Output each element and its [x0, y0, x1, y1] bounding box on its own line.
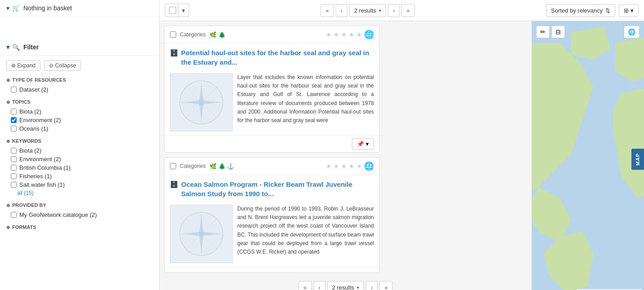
bc-keyword-label: British Columbia (1): [19, 164, 71, 171]
filter-item-oceans[interactable]: Oceans (1): [6, 124, 153, 133]
basket-arrow: ▾: [6, 4, 9, 12]
map-pencil-button[interactable]: ✏: [536, 26, 550, 38]
sort-dropdown[interactable]: Sorted by relevancy ⇅: [546, 4, 615, 17]
collapse-button[interactable]: ⊖ Collapse: [44, 60, 81, 71]
filter-item-geonetwork[interactable]: My GeoNetwork catalogue (2): [6, 211, 153, 219]
filter-item-keyword-bc[interactable]: British Columbia (1): [6, 163, 153, 172]
map-tab-button[interactable]: MAP: [631, 149, 644, 170]
topics-arrow: ⊕: [6, 100, 10, 105]
card-1-star-3[interactable]: ★: [341, 31, 347, 38]
map-layers-button[interactable]: ⊟: [551, 26, 565, 38]
topics-title[interactable]: ⊕ TOPICS: [6, 99, 153, 105]
select-all-checkbox[interactable]: [169, 7, 176, 14]
environment-topic-checkbox[interactable]: [11, 117, 17, 123]
card-2-category-icons: 🌿 🌲 ⚓: [209, 163, 234, 170]
card-1-header: Categories 🌿 🌲 ★ ★ ★ ★ ★ 🌐: [164, 26, 379, 44]
toolbar-center: « ‹ 2 results ▾ › »: [193, 4, 542, 17]
select-all-dropdown[interactable]: ▾: [165, 4, 189, 17]
first-page-button[interactable]: «: [320, 4, 333, 17]
card-2-title-area: 🗄️ Ocean Salmon Program - Ricker Beam Tr…: [164, 175, 379, 201]
results-count-dropdown[interactable]: 2 results ▾: [349, 4, 386, 17]
sort-label: Sorted by relevancy: [551, 7, 603, 14]
filter-item-keyword-saltwater[interactable]: Salt water fish (1): [6, 180, 153, 189]
formats-title[interactable]: ⊕ FORMATS: [6, 224, 153, 230]
main-content: ▾ « ‹ 2 results ▾ › » Sorted by relevanc…: [160, 0, 644, 290]
dataset-checkbox[interactable]: [11, 87, 17, 92]
environment-keyword-checkbox[interactable]: [11, 156, 17, 162]
provided-by-title[interactable]: ⊕ PROVIDED BY: [6, 202, 153, 208]
filter-item-keyword-environment[interactable]: Environment (2): [6, 155, 153, 163]
map-background-svg: [532, 21, 644, 290]
result-card-1: Categories 🌿 🌲 ★ ★ ★ ★ ★ 🌐: [164, 26, 380, 153]
last-page-button[interactable]: »: [401, 4, 414, 17]
card-1-categories-label: Categories: [180, 31, 206, 38]
type-of-resources-title[interactable]: ⊕ TYPE OF RESOURCES: [6, 77, 153, 83]
card-1-star-2[interactable]: ★: [333, 31, 339, 38]
environment-topic-label: Environment (2): [19, 117, 61, 123]
all-keywords-link[interactable]: all (15): [6, 189, 153, 197]
expand-button[interactable]: ⊕ Expand: [6, 60, 40, 71]
card-1-description: Layer that includes the known informatio…: [237, 73, 374, 132]
bottom-first-page-button[interactable]: «: [298, 281, 311, 290]
card-1-checkbox[interactable]: [170, 31, 176, 38]
toolbar-left: ▾: [165, 4, 189, 17]
topics-section: ⊕ TOPICS Biota (2) Environment (2) Ocean…: [0, 97, 159, 136]
basket-empty-area: [0, 17, 159, 39]
map-globe-button[interactable]: 🌐: [624, 26, 640, 38]
bc-keyword-checkbox[interactable]: [11, 165, 17, 171]
keywords-section: ⊕ KEYWORDS Biota (2) Environment (2) Bri…: [0, 136, 159, 201]
card-2-header: Categories 🌿 🌲 ⚓ ★ ★ ★ ★ ★ 🌐: [164, 158, 379, 175]
select-all-caret[interactable]: ▾: [178, 4, 189, 17]
card-1-title[interactable]: Potential haul-out sites for the harbor …: [181, 48, 374, 67]
oceans-topic-checkbox[interactable]: [11, 126, 17, 132]
bottom-prev-page-button[interactable]: ‹: [314, 281, 325, 290]
grid-view-icon: ⊞: [624, 7, 629, 14]
card-1-pin-button[interactable]: 📌 ▾: [352, 138, 374, 149]
card-2-star-5[interactable]: ★: [356, 163, 362, 170]
card-2-footer: [164, 267, 379, 272]
fisheries-keyword-label: Fisheries (1): [19, 173, 52, 180]
filter-item-biota[interactable]: Biota (2): [6, 107, 153, 116]
basket-header[interactable]: ▾ 🛒 Nothing in basket: [0, 0, 159, 17]
filter-item-dataset[interactable]: Dataset (2): [6, 85, 153, 94]
fisheries-keyword-checkbox[interactable]: [11, 173, 17, 179]
card-1-title-area: 🗄️ Potential haul-out sites for the harb…: [164, 44, 379, 70]
filter-item-environment[interactable]: Environment (2): [6, 116, 153, 124]
next-page-button[interactable]: ›: [388, 4, 400, 17]
geonetwork-label: My GeoNetwork catalogue (2): [19, 211, 97, 218]
filter-item-keyword-biota[interactable]: Biota (2): [6, 146, 153, 155]
card-1-footer: 📌 ▾: [164, 135, 379, 152]
keywords-arrow: ⊕: [6, 139, 10, 144]
card-1-compass-svg: [179, 80, 224, 125]
card-1-star-1[interactable]: ★: [326, 31, 332, 38]
sidebar: ▾ 🛒 Nothing in basket ▾ 🔍 Filter ⊕ Expan…: [0, 0, 160, 290]
saltwater-keyword-checkbox[interactable]: [11, 182, 17, 188]
card-1-star-4[interactable]: ★: [349, 31, 355, 38]
biota-topic-checkbox[interactable]: [11, 109, 17, 114]
card-1-header-right: ★ ★ ★ ★ ★ 🌐: [326, 30, 374, 40]
card-2-star-2[interactable]: ★: [333, 163, 339, 170]
geonetwork-checkbox[interactable]: [11, 212, 17, 218]
card-1-star-5[interactable]: ★: [356, 31, 362, 38]
card-1-db-icon: 🗄️: [170, 49, 178, 57]
bottom-next-page-button[interactable]: ›: [366, 281, 378, 290]
card-2-checkbox[interactable]: [170, 163, 176, 169]
view-toggle[interactable]: ⊞ ▾: [619, 4, 639, 17]
card-2-thumbnail: [170, 205, 233, 263]
basket-label: Nothing in basket: [23, 4, 72, 12]
prev-page-button[interactable]: ‹: [336, 4, 347, 17]
card-2-title[interactable]: Ocean Salmon Program - Ricker Beam Trawl…: [181, 180, 374, 198]
card-2-star-3[interactable]: ★: [341, 163, 347, 170]
filter-item-keyword-fisheries[interactable]: Fisheries (1): [6, 172, 153, 180]
filter-header[interactable]: ▾ 🔍 Filter: [0, 39, 159, 56]
bottom-results-count-dropdown[interactable]: 2 results ▾: [327, 281, 364, 290]
filter-label: Filter: [23, 44, 39, 51]
keywords-title[interactable]: ⊕ KEYWORDS: [6, 138, 153, 144]
card-2-header-right: ★ ★ ★ ★ ★ 🌐: [326, 161, 374, 171]
card-2-star-1[interactable]: ★: [326, 163, 332, 170]
type-of-resources-section: ⊕ TYPE OF RESOURCES Dataset (2): [0, 75, 159, 97]
bottom-last-page-button[interactable]: »: [379, 281, 392, 290]
biota-keyword-checkbox[interactable]: [11, 148, 17, 154]
card-2-star-4[interactable]: ★: [349, 163, 355, 170]
card-2-compass-svg: [179, 211, 224, 256]
